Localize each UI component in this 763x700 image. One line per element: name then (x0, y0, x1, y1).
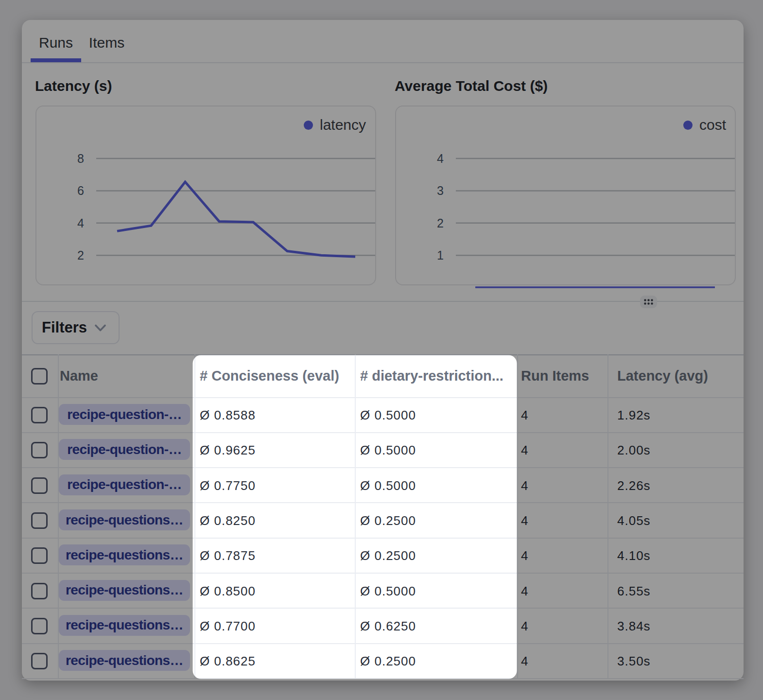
svg-text:2: 2 (437, 216, 444, 230)
svg-text:1: 1 (437, 248, 444, 262)
svg-text:6: 6 (77, 184, 84, 197)
svg-text:2: 2 (77, 248, 84, 262)
svg-text:3: 3 (437, 184, 444, 197)
svg-text:8: 8 (77, 152, 84, 165)
svg-text:4: 4 (437, 152, 444, 165)
svg-text:4: 4 (77, 216, 84, 230)
